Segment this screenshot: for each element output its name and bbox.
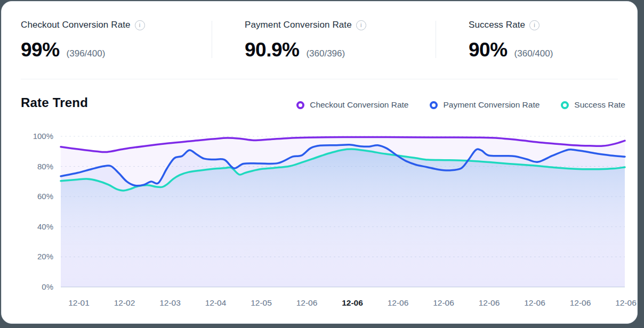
- x-axis-tick-label: 12-01: [68, 298, 90, 307]
- y-axis-tick-label: 20%: [37, 252, 53, 261]
- x-axis-tick-label: 12-06: [433, 298, 454, 307]
- x-axis-tick-label: 12-06: [388, 298, 409, 307]
- x-axis-tick-label: 12-06: [615, 298, 637, 307]
- x-axis-tick-label: 12-03: [159, 298, 181, 307]
- dashboard-card: Checkout Conversion Rate i 99% (396/400)…: [1, 1, 638, 324]
- y-axis-tick-label: 60%: [37, 192, 53, 201]
- y-axis-tick-label: 80%: [37, 162, 53, 171]
- y-axis-tick-label: 40%: [37, 222, 53, 231]
- rate-trend-chart: 100%80%60%40%20%0%12-0112-0212-0312-0412…: [1, 1, 638, 324]
- x-axis-tick-label: 12-06: [296, 298, 318, 307]
- x-axis-tick-label: 12-06: [570, 298, 591, 307]
- x-axis-tick-label: 12-06: [524, 298, 545, 307]
- x-axis-tick-label: 12-04: [205, 298, 227, 307]
- x-axis-tick-label: 12-02: [114, 298, 135, 307]
- x-axis-tick-label: 12-06: [479, 298, 500, 307]
- x-axis-tick-label: 12-06: [342, 298, 363, 307]
- y-axis-tick-label: 100%: [33, 132, 53, 141]
- y-axis-tick-label: 0%: [42, 282, 53, 291]
- x-axis-tick-label: 12-05: [251, 298, 272, 307]
